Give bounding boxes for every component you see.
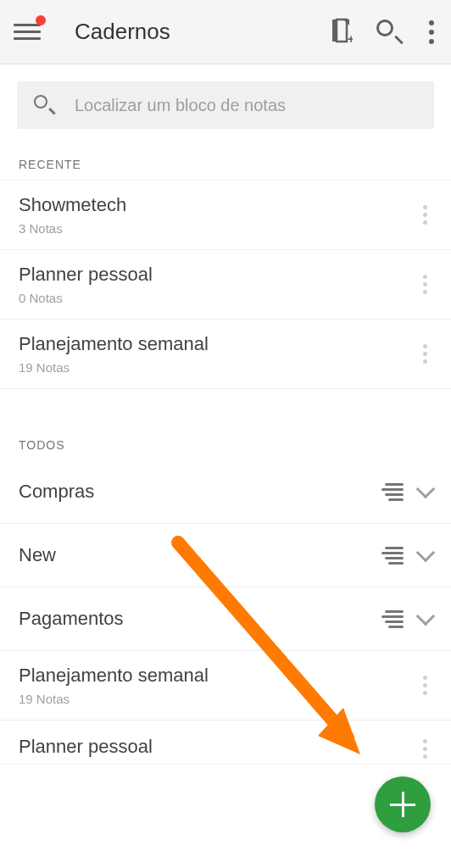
notebook-stack-row[interactable]: New xyxy=(0,524,451,587)
notebook-name: Planner pessoal xyxy=(19,264,418,286)
search-icon xyxy=(34,95,54,115)
notebook-name: Planejamento semanal xyxy=(19,333,418,355)
more-icon[interactable] xyxy=(426,17,437,47)
notebook-row[interactable]: Planner pessoal 0 Notas xyxy=(0,250,451,320)
notebook-name: Compras xyxy=(19,481,366,503)
search-input[interactable] xyxy=(75,96,417,115)
search-bar[interactable] xyxy=(17,81,434,129)
svg-rect-0 xyxy=(332,19,336,42)
menu-icon[interactable] xyxy=(14,19,41,46)
chevron-down-icon[interactable] xyxy=(416,607,436,626)
fab-add-button[interactable] xyxy=(375,776,431,832)
notification-badge xyxy=(36,15,46,25)
row-more-icon[interactable] xyxy=(418,670,432,700)
notebook-name: Planejamento semanal xyxy=(19,665,418,687)
notebook-stack-row[interactable]: Compras xyxy=(0,460,451,524)
stack-icon xyxy=(381,483,404,501)
stack-icon xyxy=(381,610,404,628)
row-more-icon[interactable] xyxy=(418,270,432,299)
svg-text:+: + xyxy=(348,32,353,43)
page-title: Cadernos xyxy=(75,19,331,45)
notebook-row[interactable]: Planejamento semanal 19 Notas xyxy=(0,651,451,721)
stack-icon xyxy=(381,547,404,565)
chevron-down-icon[interactable] xyxy=(416,543,436,563)
notebook-name: New xyxy=(19,544,366,566)
svg-rect-1 xyxy=(337,19,347,42)
notebook-row[interactable]: Planejamento semanal 19 Notas xyxy=(0,320,451,389)
notebook-name: Showmetech xyxy=(19,194,418,216)
notebook-count: 19 Notas xyxy=(19,692,418,706)
section-all-label: TODOS xyxy=(0,423,451,460)
row-more-icon[interactable] xyxy=(418,339,432,369)
notebook-name: Planner pessoal xyxy=(19,736,418,758)
notebook-count: 0 Notas xyxy=(19,291,418,305)
app-header: Cadernos + xyxy=(0,0,451,64)
notebook-count: 3 Notas xyxy=(19,221,418,236)
notebook-stack-row[interactable]: Pagamentos xyxy=(0,587,451,651)
row-more-icon[interactable] xyxy=(418,734,432,764)
new-notebook-icon[interactable]: + xyxy=(331,18,353,47)
section-recent-label: RECENTE xyxy=(0,142,451,180)
search-icon[interactable] xyxy=(376,19,402,45)
row-more-icon[interactable] xyxy=(418,200,432,230)
notebook-row[interactable]: Showmetech 3 Notas xyxy=(0,180,451,250)
notebook-name: Pagamentos xyxy=(19,608,366,630)
notebook-count: 19 Notas xyxy=(19,360,418,375)
chevron-down-icon[interactable] xyxy=(416,480,436,499)
notebook-row[interactable]: Planner pessoal xyxy=(0,721,451,765)
